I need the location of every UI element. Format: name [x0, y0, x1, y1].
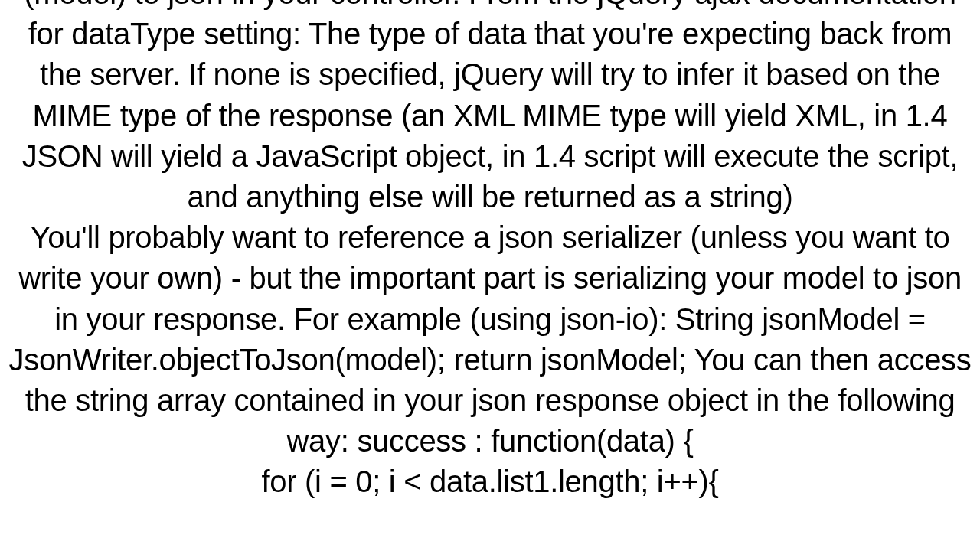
document-body: (model) to json in your controller. From… — [0, 0, 980, 502]
paragraph-1: (model) to json in your controller. From… — [3, 0, 977, 217]
paragraph-3: for (i = 0; i < data.list1.length; i++){ — [3, 461, 977, 502]
paragraph-2: You'll probably want to reference a json… — [3, 217, 977, 461]
